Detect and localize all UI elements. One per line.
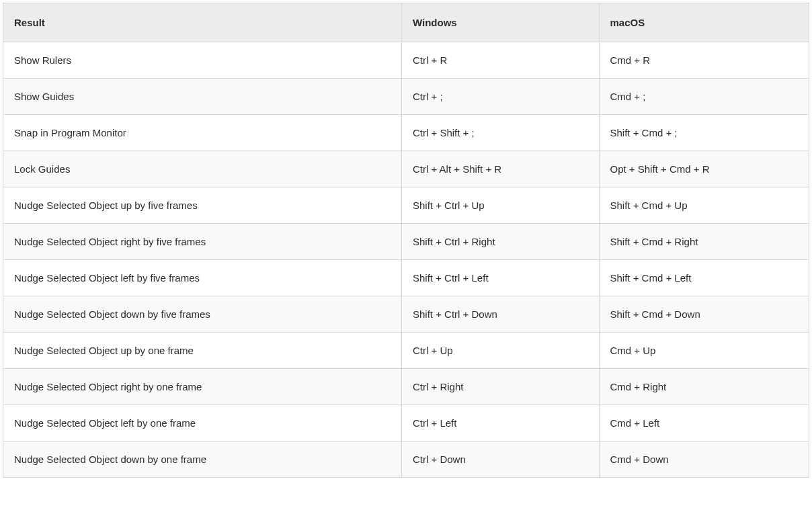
table-body: Show Rulers Ctrl + R Cmd + R Show Guides…	[3, 42, 809, 477]
header-macos: macOS	[600, 3, 809, 42]
cell-result: Nudge Selected Object right by one frame	[3, 369, 402, 405]
cell-windows: Shift + Ctrl + Down	[402, 296, 600, 333]
cell-macos: Opt + Shift + Cmd + R	[600, 151, 809, 187]
cell-windows: Ctrl + R	[402, 42, 600, 79]
table-row: Nudge Selected Object down by five frame…	[3, 296, 809, 333]
cell-result: Nudge Selected Object up by five frames	[3, 187, 402, 224]
cell-windows: Ctrl + Down	[402, 441, 600, 477]
table-row: Nudge Selected Object up by one frame Ct…	[3, 333, 809, 369]
table-row: Show Rulers Ctrl + R Cmd + R	[3, 42, 809, 79]
cell-macos: Cmd + Left	[600, 405, 809, 441]
table-header-row: Result Windows macOS	[3, 3, 809, 42]
table-row: Nudge Selected Object right by one frame…	[3, 369, 809, 405]
cell-result: Nudge Selected Object left by five frame…	[3, 260, 402, 296]
cell-macos: Shift + Cmd + Left	[600, 260, 809, 296]
cell-windows: Ctrl + Up	[402, 333, 600, 369]
cell-windows: Ctrl + Right	[402, 369, 600, 405]
table-row: Nudge Selected Object left by one frame …	[3, 405, 809, 441]
cell-macos: Shift + Cmd + Down	[600, 296, 809, 333]
cell-macos: Shift + Cmd + Up	[600, 187, 809, 224]
cell-result: Lock Guides	[3, 151, 402, 187]
cell-windows: Ctrl + ;	[402, 79, 600, 115]
table-row: Nudge Selected Object left by five frame…	[3, 260, 809, 296]
cell-result: Nudge Selected Object down by five frame…	[3, 296, 402, 333]
cell-windows: Ctrl + Shift + ;	[402, 115, 600, 151]
cell-macos: Shift + Cmd + Right	[600, 224, 809, 260]
cell-result: Nudge Selected Object up by one frame	[3, 333, 402, 369]
cell-windows: Shift + Ctrl + Up	[402, 187, 600, 224]
shortcuts-table: Result Windows macOS Show Rulers Ctrl + …	[3, 3, 809, 478]
cell-macos: Cmd + Right	[600, 369, 809, 405]
table-row: Nudge Selected Object up by five frames …	[3, 187, 809, 224]
header-result: Result	[3, 3, 402, 42]
cell-macos: Cmd + ;	[600, 79, 809, 115]
header-windows: Windows	[402, 3, 600, 42]
cell-result: Nudge Selected Object right by five fram…	[3, 224, 402, 260]
table-row: Snap in Program Monitor Ctrl + Shift + ;…	[3, 115, 809, 151]
cell-result: Show Guides	[3, 79, 402, 115]
cell-macos: Cmd + Up	[600, 333, 809, 369]
cell-windows: Shift + Ctrl + Right	[402, 224, 600, 260]
cell-result: Snap in Program Monitor	[3, 115, 402, 151]
cell-macos: Cmd + R	[600, 42, 809, 79]
cell-macos: Cmd + Down	[600, 441, 809, 477]
cell-windows: Ctrl + Left	[402, 405, 600, 441]
cell-windows: Ctrl + Alt + Shift + R	[402, 151, 600, 187]
cell-result: Nudge Selected Object down by one frame	[3, 441, 402, 477]
table-row: Nudge Selected Object right by five fram…	[3, 224, 809, 260]
cell-windows: Shift + Ctrl + Left	[402, 260, 600, 296]
cell-macos: Shift + Cmd + ;	[600, 115, 809, 151]
table-row: Nudge Selected Object down by one frame …	[3, 441, 809, 477]
cell-result: Nudge Selected Object left by one frame	[3, 405, 402, 441]
cell-result: Show Rulers	[3, 42, 402, 79]
table-row: Show Guides Ctrl + ; Cmd + ;	[3, 79, 809, 115]
table-row: Lock Guides Ctrl + Alt + Shift + R Opt +…	[3, 151, 809, 187]
